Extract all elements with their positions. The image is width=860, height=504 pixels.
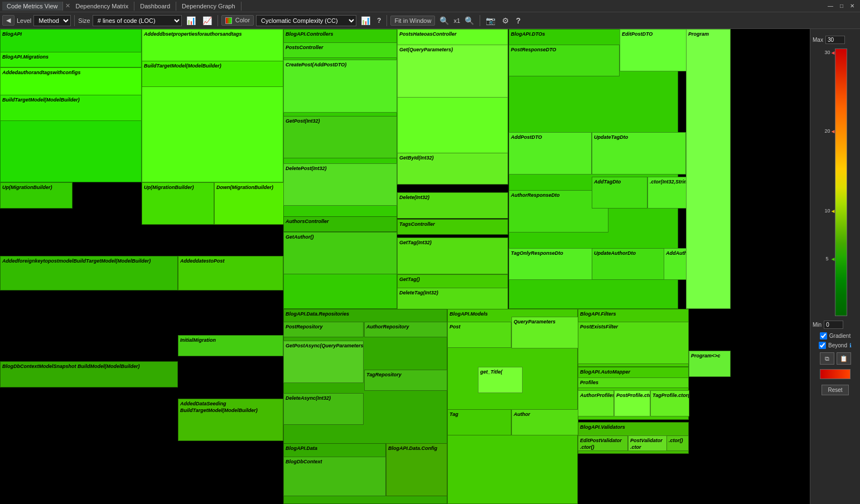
reset-button[interactable]: Reset: [822, 385, 848, 395]
min-row: Min: [813, 321, 858, 329]
chart2-icon-btn[interactable]: 📈: [200, 15, 214, 26]
treemap-cell-editpostdto[interactable]: EditPostDTO: [620, 29, 687, 71]
treemap-cell-addeddates[interactable]: AddeddatestoPost: [178, 256, 283, 290]
treemap-cell-queryparams[interactable]: QueryParameters: [511, 317, 578, 348]
treemap-cell-getauthor[interactable]: GetAuthor(): [283, 232, 397, 274]
treemap-cell-delete-int32[interactable]: Delete(Int32): [397, 192, 508, 219]
treemap-cell-addedforeignkey[interactable]: AddedforeignkeytopostmodelBuildTargetMod…: [0, 256, 178, 290]
treemap-cell-tagprofile[interactable]: TagProfile.ctor(): [650, 390, 689, 416]
fit-window-btn[interactable]: Fit in Window: [390, 16, 435, 26]
treemap-cell-addtagdto[interactable]: AddTagDto: [592, 177, 648, 209]
treemap-cell-get-qp[interactable]: Get(QueryParameters): [397, 45, 508, 98]
treemap-cell-tagrepository[interactable]: TagRepository: [364, 370, 447, 391]
cell-label-ctor-int32str: .ctor(Int32,String): [650, 179, 692, 185]
treemap-cell-createpost[interactable]: CreatePost(AddPostDTO): [283, 60, 397, 113]
treemap-cell-tagscontroller[interactable]: TagsController: [397, 219, 508, 235]
beyond-info-icon[interactable]: ℹ: [849, 342, 852, 348]
close-btn[interactable]: ✕: [65, 2, 70, 9]
treemap-cell-blogapi-migrations[interactable]: BlogAPI.Migrations: [0, 52, 142, 67]
treemap-cell-buildtarget1[interactable]: BuildTargetModel(ModelBuilder): [0, 95, 142, 121]
tab-dependency-matrix[interactable]: Dependency Matrix: [70, 2, 135, 11]
color-btn[interactable]: Color: [221, 15, 254, 26]
zoom-in-btn[interactable]: 🔍: [462, 15, 476, 26]
cell-label-updatetagdto: UpdateTagDto: [594, 134, 628, 140]
treemap-cell-updateauthordto[interactable]: UpdateAuthorDto: [592, 248, 664, 280]
max-input[interactable]: [825, 36, 845, 44]
cell-label-blogapi-migrations: BlogAPI.Migrations: [2, 54, 49, 60]
help-metric-btn[interactable]: ?: [375, 16, 383, 26]
treemap-cell-blogdbcontext[interactable]: BlogDbContext: [283, 457, 386, 496]
chart-icon-btn[interactable]: 📊: [184, 15, 198, 26]
back-button[interactable]: ◀: [2, 15, 15, 26]
treemap-cell-addeddb[interactable]: Addeddbsetpropertiesforauthorsandtags: [142, 29, 283, 182]
cell-label-buildtarget1: BuildTargetModel(ModelBuilder): [2, 97, 80, 103]
win-close[interactable]: ✕: [847, 3, 858, 9]
treemap-cell-blogapi-data-config[interactable]: BlogAPI.Data.Config: [386, 443, 447, 496]
treemap-cell-authorrepository[interactable]: AuthorRepository: [364, 322, 447, 337]
treemap-cell-getpostasync[interactable]: GetPostAsync(QueryParameters): [283, 341, 364, 383]
treemap-cell-buildtarget2[interactable]: BuildTargetModel(ModelBuilder): [142, 61, 283, 87]
treemap-cell-program-c[interactable]: Program<>c: [689, 351, 731, 377]
treemap-cell-postrepository[interactable]: PostRepository: [283, 322, 364, 337]
max-row: Max: [813, 36, 858, 44]
paste-btn[interactable]: 📋: [837, 352, 851, 365]
metric-chart-btn[interactable]: 📊: [359, 15, 373, 26]
tab-dashboard[interactable]: Dashboard: [134, 2, 176, 11]
treemap-cell-profiles-label[interactable]: Profiles: [578, 377, 689, 388]
treemap-cell-up-migration1[interactable]: Up(MigrationBuilder): [0, 182, 73, 209]
treemap-cell-blogdbcontext-snap[interactable]: BlogDbContextModelSnapshot BuildModel(Mo…: [0, 361, 178, 387]
treemap-cell-postcontroller[interactable]: PostsController: [283, 42, 397, 58]
treemap-cell-updatetagdto[interactable]: UpdateTagDto: [592, 132, 686, 175]
treemap-cell-authorprofiles[interactable]: AuthorProfiles.ctor(): [578, 390, 614, 416]
title-bar: Code Metrics View ✕ Dependency Matrix Da…: [0, 0, 860, 12]
treemap-cell-addpostdto[interactable]: AddPostDTO: [509, 132, 592, 175]
cell-label-up-migration2: Up(MigrationBuilder): [144, 185, 194, 190]
metric-dropdown[interactable]: Cyclomatic Complexity (CC): [256, 15, 356, 26]
treemap-cell-postvalidator[interactable]: PostValidator .ctor: [628, 435, 667, 451]
treemap-cell-initial-migration[interactable]: InitialMigration: [178, 335, 283, 356]
treemap-cell-gettag-int32[interactable]: GetTag(Int32): [397, 238, 508, 274]
treemap-cell-postexistsfilter[interactable]: PostExistsFilter: [578, 322, 689, 364]
win-minimize[interactable]: —: [824, 3, 837, 9]
treemap-cell-down-migration[interactable]: Down(MigrationBuilder): [214, 182, 284, 225]
win-restore[interactable]: □: [837, 3, 847, 9]
treemap-cell-ctor-validator[interactable]: .ctor(): [666, 435, 689, 451]
gradient-checkbox[interactable]: [820, 332, 827, 340]
settings-btn[interactable]: ⚙: [500, 15, 511, 26]
cell-label-getauthor: GetAuthor(): [286, 234, 314, 240]
beyond-checkbox[interactable]: [819, 342, 826, 349]
treemap-cell-deleteasync[interactable]: DeleteAsync(Int32): [283, 393, 364, 425]
cell-label-up-migration1: Up(MigrationBuilder): [2, 185, 52, 190]
toolbar: ◀ Level Method Size # lines of code (LOC…: [0, 12, 860, 29]
treemap-cell-tag-model[interactable]: Tag: [447, 409, 511, 435]
copy-btn[interactable]: ⧉: [820, 352, 834, 365]
beyond-label: Beyond: [828, 342, 847, 348]
treemap-cell-author-model[interactable]: Author: [511, 409, 578, 435]
treemap-cell-postprofile[interactable]: PostProfile.ctor: [614, 390, 650, 416]
help-btn[interactable]: ?: [514, 15, 523, 26]
zoom-out-btn[interactable]: 🔍: [437, 15, 451, 26]
treemap-cell-postresponsedto[interactable]: PostResponseDTO: [509, 45, 620, 76]
tab-dependency-graph[interactable]: Dependency Graph: [176, 2, 241, 11]
level-dropdown[interactable]: Method: [33, 15, 71, 26]
treemap-area[interactable]: BlogAPIBlogAPI.MigrationsAddedauthorandt…: [0, 29, 810, 504]
treemap-cell-getbyid[interactable]: GetById(Int32): [397, 153, 508, 185]
treemap-cell-authorscontroller[interactable]: AuthorsController: [283, 216, 397, 232]
treemap-cell-editpostvalidator[interactable]: EditPostValidator .ctor(): [578, 435, 628, 451]
color-preset-bar[interactable]: [820, 369, 851, 379]
cell-label-blogdbcontext-snap: BlogDbContextModelSnapshot BuildModel(Mo…: [2, 364, 139, 369]
treemap[interactable]: BlogAPIBlogAPI.MigrationsAddedauthorandt…: [0, 29, 810, 504]
treemap-cell-getpost[interactable]: GetPost(Int32): [283, 116, 397, 158]
min-input[interactable]: [824, 321, 843, 329]
treemap-cell-deletetag[interactable]: DeleteTag(Int32): [397, 288, 508, 312]
camera-btn[interactable]: 📷: [484, 15, 497, 26]
cell-label-profiles-label: Profiles: [580, 380, 598, 385]
treemap-cell-post-model[interactable]: Post: [447, 322, 511, 348]
treemap-cell-get-title[interactable]: get_Title(: [478, 367, 523, 393]
treemap-cell-deletepost[interactable]: DeletePost(Int32): [283, 163, 397, 206]
treemap-cell-program[interactable]: Program: [686, 29, 731, 309]
size-dropdown[interactable]: # lines of code (LOC): [93, 15, 182, 26]
treemap-cell-addeddataseeding[interactable]: AddedDataSeeding BuildTargetModel(ModelB…: [178, 399, 283, 441]
treemap-cell-up-migration2[interactable]: Up(MigrationBuilder): [142, 182, 214, 225]
cell-label-blogapi-controllers: BlogAPI.Controllers: [286, 31, 334, 37]
